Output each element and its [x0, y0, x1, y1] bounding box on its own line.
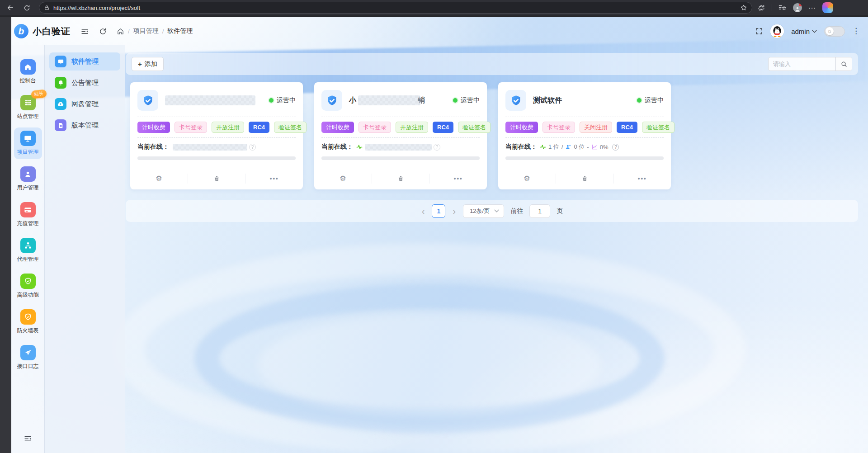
- sidebar-item-users[interactable]: 用户管理: [14, 163, 42, 195]
- browser-toolbar-icons: ⋯: [758, 2, 840, 13]
- theme-toggle[interactable]: ☼: [824, 26, 845, 37]
- delete-button[interactable]: [372, 167, 429, 189]
- breadcrumb-home-icon[interactable]: [117, 28, 124, 35]
- trash-icon: [213, 175, 220, 182]
- breadcrumb-project[interactable]: 项目管理: [133, 27, 159, 35]
- header-actions: admin ☼ ⋮: [755, 24, 860, 38]
- more-button[interactable]: •••: [613, 167, 671, 189]
- extensions-puzzle-icon[interactable]: [758, 4, 765, 12]
- search-icon: [840, 61, 848, 68]
- url-text: https://wl.xbzhan.com/project/soft: [53, 5, 740, 11]
- tag-rc4: RC4: [617, 122, 637, 133]
- tag-row: 计时收费 卡号登录 关闭注册 RC4 验证签名: [505, 122, 664, 133]
- software-title-censored: 小 销: [349, 95, 425, 105]
- delete-button[interactable]: [556, 167, 613, 189]
- browser-profile-avatar[interactable]: [793, 3, 802, 12]
- sidebar-item-label: 高级功能: [17, 291, 39, 299]
- user-avatar[interactable]: [770, 24, 784, 38]
- sidebar-fold-icon[interactable]: [80, 27, 89, 36]
- bookmark-star-icon[interactable]: [740, 4, 747, 11]
- software-card: 运营中 计时收费 卡号登录 开放注册 RC4 验证签名 当前在线： ? ⚙: [130, 82, 303, 189]
- prev-page-button[interactable]: ‹: [421, 207, 426, 216]
- more-button[interactable]: •••: [245, 167, 303, 189]
- divider: [321, 137, 480, 138]
- more-button[interactable]: •••: [429, 167, 487, 189]
- goto-page-input[interactable]: [529, 204, 550, 218]
- settings-button[interactable]: ⚙: [130, 167, 188, 189]
- sidebar-item-agents[interactable]: 代理管理: [14, 235, 42, 266]
- divider: [321, 117, 480, 117]
- help-icon[interactable]: ?: [612, 144, 619, 151]
- home-icon: [20, 59, 36, 75]
- submenu-item-versions[interactable]: 版本管理: [49, 116, 120, 134]
- censor-mosaic: [165, 95, 255, 105]
- submenu-item-software[interactable]: 软件管理: [49, 52, 120, 71]
- collapse-sidebar-icon[interactable]: [11, 434, 44, 443]
- status: 运营中: [269, 96, 296, 104]
- browser-chrome: https://wl.xbzhan.com/project/soft ⋯: [0, 0, 868, 15]
- pagination-bar: ‹ 1 › 12条/页 前往 页: [126, 200, 858, 222]
- sidebar-item-api-logs[interactable]: 接口日志: [14, 342, 42, 373]
- add-button[interactable]: + 添加: [132, 57, 164, 71]
- browser-back-button[interactable]: [5, 2, 16, 14]
- chart-icon: [591, 144, 598, 150]
- tag-verify-sign: 验证签名: [642, 122, 675, 133]
- brand-title: 小白验证: [33, 25, 71, 38]
- username: admin: [791, 28, 810, 35]
- submenu-item-announcements[interactable]: 公告管理: [49, 74, 120, 92]
- favorites-bar-icon[interactable]: [778, 4, 787, 11]
- online-stats: 1 位 / 0 位 - 0% ?: [540, 143, 619, 151]
- tag-billing: 计时收费: [137, 122, 170, 133]
- delete-button[interactable]: [188, 167, 245, 189]
- copilot-icon[interactable]: [822, 2, 833, 13]
- sidebar-item-sites[interactable]: 站长 站点管理: [14, 92, 42, 123]
- divider: [505, 137, 664, 138]
- user-icon: [20, 166, 36, 182]
- sidebar-item-label: 项目管理: [17, 148, 39, 156]
- search-input[interactable]: [769, 57, 835, 71]
- sidebar-item-label: 控制台: [20, 77, 36, 85]
- sidebar-item-firewall[interactable]: 防火墙表: [14, 306, 42, 338]
- search-button[interactable]: [835, 57, 852, 71]
- tag-row: 计时收费 卡号登录 开放注册 RC4 验证签名: [321, 122, 480, 133]
- page-size-select[interactable]: 12条/页: [463, 204, 504, 218]
- refresh-page-icon[interactable]: [99, 28, 107, 35]
- sidebar-item-recharge[interactable]: 充值管理: [14, 199, 42, 231]
- settings-button[interactable]: ⚙: [498, 167, 556, 189]
- next-page-button[interactable]: ›: [452, 207, 457, 216]
- page-number-button[interactable]: 1: [432, 204, 445, 218]
- monitor-icon: [55, 56, 66, 67]
- card-icon: [20, 202, 36, 217]
- online-idle-count: 0 位: [574, 143, 585, 151]
- online-label: 当前在线：: [137, 143, 169, 151]
- browser-menu-icon[interactable]: ⋯: [808, 4, 816, 12]
- chevron-down-icon: [812, 30, 817, 33]
- primary-sidebar: 控制台 站长 站点管理 项目管理 用户管理 充值管理: [11, 45, 45, 453]
- page-size-value: 12条/页: [470, 207, 490, 215]
- trash-icon: [581, 175, 588, 182]
- help-icon[interactable]: ?: [249, 144, 256, 151]
- sidebar-item-advanced[interactable]: 高级功能: [14, 270, 42, 302]
- settings-button[interactable]: ⚙: [314, 167, 372, 189]
- sidebar-item-projects[interactable]: 项目管理: [14, 127, 42, 159]
- divider: [137, 117, 296, 117]
- fullscreen-icon[interactable]: [755, 27, 763, 35]
- browser-refresh-button[interactable]: [21, 2, 33, 14]
- card-actions: ⚙ •••: [314, 167, 487, 189]
- cloud-upload-icon: [55, 98, 66, 110]
- tag-open-register: 开放注册: [396, 122, 428, 133]
- user-menu[interactable]: admin: [791, 28, 817, 35]
- document-icon: [55, 119, 66, 131]
- software-title: 测试软件: [533, 96, 562, 105]
- help-icon[interactable]: ?: [434, 144, 440, 151]
- sidebar-item-console[interactable]: 控制台: [14, 56, 42, 88]
- status-dot: [269, 98, 274, 103]
- sidebar-item-label: 用户管理: [17, 184, 39, 192]
- address-bar[interactable]: https://wl.xbzhan.com/project/soft: [39, 2, 752, 14]
- header-more-icon[interactable]: ⋮: [852, 29, 860, 33]
- submenu-item-netdisk[interactable]: 网盘管理: [49, 95, 120, 113]
- webmaster-badge: 站长: [31, 89, 47, 99]
- online-progress-bar: [137, 156, 296, 160]
- status-label: 运营中: [645, 96, 664, 104]
- online-row: 当前在线： 1 位 / 0 位 - 0% ?: [505, 142, 664, 151]
